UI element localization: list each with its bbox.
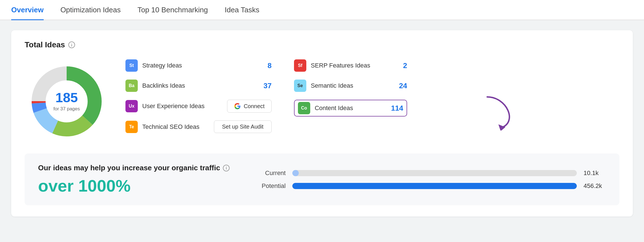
content-ideas-highlighted[interactable]: Co Content Ideas 114	[294, 100, 407, 117]
traffic-label: Our ideas may help you increase your org…	[38, 164, 230, 172]
bar-row-potential: Potential 456.2k	[252, 182, 606, 190]
traffic-section: Our ideas may help you increase your org…	[25, 153, 619, 205]
value-backlinks: 37	[255, 82, 272, 90]
badge-content: Co	[298, 102, 310, 114]
badge-ux: Ux	[125, 100, 138, 112]
card-title: Total Ideas i	[25, 40, 619, 49]
traffic-info-icon[interactable]: i	[223, 165, 230, 171]
audit-action: Set up Site Audit	[214, 120, 272, 133]
badge-strategy: St	[125, 59, 138, 72]
legend-item-technical: Te Technical SEO Ideas Set up Site Audit	[125, 120, 272, 133]
google-icon	[234, 103, 241, 110]
traffic-left: Our ideas may help you increase your org…	[38, 164, 230, 195]
value-serp: 2	[390, 61, 407, 70]
label-content: Content Ideas	[315, 104, 382, 112]
bar-label-potential: Potential	[252, 182, 286, 190]
label-ux: User Experience Ideas	[142, 103, 223, 110]
value-semantic: 24	[390, 82, 407, 90]
info-icon[interactable]: i	[68, 41, 75, 48]
badge-semantic: Se	[294, 80, 306, 92]
badge-technical: Te	[125, 121, 138, 133]
label-semantic: Semantic Ideas	[311, 82, 386, 89]
bar-row-current: Current 10.1k	[252, 169, 606, 177]
page-container: Overview Optimization Ideas Top 10 Bench…	[0, 0, 644, 242]
legend-col-left: St Strategy Ideas 8 Ba Backlinks Ideas 3…	[125, 59, 272, 133]
content-ideas-row: Co Content Ideas 114	[294, 100, 407, 117]
badge-serp: Sf	[294, 59, 306, 72]
legend-grid: St Strategy Ideas 8 Ba Backlinks Ideas 3…	[125, 59, 619, 133]
label-backlinks: Backlinks Ideas	[142, 82, 250, 89]
label-strategy: Strategy Ideas	[142, 62, 250, 69]
bar-fill-current	[292, 170, 298, 176]
card-title-text: Total Ideas	[25, 40, 65, 49]
legend-item-serp: Sf SERP Features Ideas 2	[294, 59, 407, 72]
donut-center: 185 for 37 pages	[53, 91, 80, 112]
connect-action: Connect	[227, 100, 272, 113]
connect-button[interactable]: Connect	[227, 100, 272, 113]
value-content: 114	[386, 104, 403, 113]
bar-track-current	[292, 170, 577, 176]
audit-button[interactable]: Set up Site Audit	[214, 120, 272, 133]
bar-value-current: 10.1k	[584, 169, 606, 177]
legend-col-right: Sf SERP Features Ideas 2 Se Semantic Ide…	[294, 59, 407, 133]
arrow-annotation	[484, 94, 540, 131]
tab-idea-tasks[interactable]: Idea Tasks	[225, 6, 259, 20]
total-ideas-card: Total Ideas i	[11, 30, 633, 217]
tab-overview[interactable]: Overview	[11, 6, 44, 20]
donut-total: 185	[53, 91, 80, 104]
badge-backlinks: Ba	[125, 80, 138, 92]
legend-item-backlinks: Ba Backlinks Ideas 37	[125, 80, 272, 92]
label-technical: Technical SEO Ideas	[142, 123, 209, 131]
connect-label: Connect	[244, 103, 265, 110]
content-row: 185 for 37 pages St Strategy Ideas 8	[25, 59, 619, 143]
donut-subtitle: for 37 pages	[53, 106, 80, 112]
tab-top10-benchmarking[interactable]: Top 10 Benchmarking	[137, 6, 208, 20]
bar-value-potential: 456.2k	[584, 182, 606, 190]
traffic-headline: over 1000%	[38, 177, 230, 195]
bar-track-potential	[292, 183, 577, 189]
tab-optimization-ideas[interactable]: Optimization Ideas	[60, 6, 121, 20]
bar-label-current: Current	[252, 169, 286, 177]
nav-tabs: Overview Optimization Ideas Top 10 Bench…	[0, 0, 644, 20]
value-strategy: 8	[255, 61, 272, 70]
bar-fill-potential	[292, 183, 577, 189]
donut-chart: 185 for 37 pages	[25, 59, 109, 143]
label-serp: SERP Features Ideas	[311, 62, 386, 69]
legend-item-strategy: St Strategy Ideas 8	[125, 59, 272, 72]
traffic-bars: Current 10.1k Potential 456.2k	[252, 169, 606, 190]
legend-item-ux: Ux User Experience Ideas Connect	[125, 100, 272, 113]
traffic-label-text: Our ideas may help you increase your org…	[38, 164, 220, 172]
svg-marker-6	[498, 124, 505, 131]
legend-item-semantic: Se Semantic Ideas 24	[294, 80, 407, 92]
